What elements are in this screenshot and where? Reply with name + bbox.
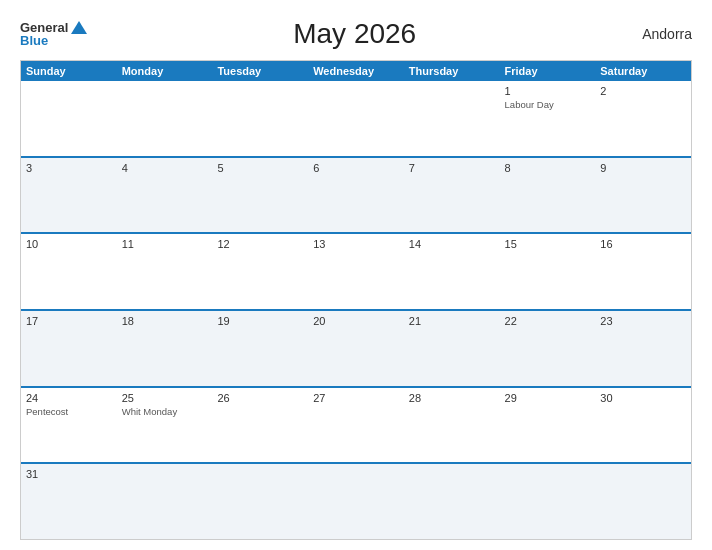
calendar-cell: 13	[308, 234, 404, 309]
logo-blue-text: Blue	[20, 34, 48, 47]
day-number: 17	[26, 315, 112, 327]
calendar-header-cell: Tuesday	[212, 61, 308, 81]
logo: General Blue	[20, 21, 87, 47]
calendar-cell: 31	[21, 464, 117, 539]
day-number: 24	[26, 392, 112, 404]
holiday-label: Whit Monday	[122, 406, 208, 417]
calendar-cell: 9	[595, 158, 691, 233]
day-number: 28	[409, 392, 495, 404]
calendar-cell	[500, 464, 596, 539]
calendar-cell: 25Whit Monday	[117, 388, 213, 463]
day-number: 26	[217, 392, 303, 404]
calendar-cell	[308, 464, 404, 539]
calendar-week: 17181920212223	[21, 309, 691, 386]
holiday-label: Pentecost	[26, 406, 112, 417]
day-number: 5	[217, 162, 303, 174]
calendar-cell: 11	[117, 234, 213, 309]
calendar-cell: 26	[212, 388, 308, 463]
calendar: SundayMondayTuesdayWednesdayThursdayFrid…	[20, 60, 692, 540]
calendar-cell: 14	[404, 234, 500, 309]
calendar-header-cell: Wednesday	[308, 61, 404, 81]
calendar-week: 3456789	[21, 156, 691, 233]
day-number: 1	[505, 85, 591, 97]
day-number: 8	[505, 162, 591, 174]
calendar-cell	[212, 464, 308, 539]
calendar-week: 1Labour Day2	[21, 81, 691, 156]
calendar-cell: 21	[404, 311, 500, 386]
day-number: 12	[217, 238, 303, 250]
day-number: 20	[313, 315, 399, 327]
calendar-week: 24Pentecost25Whit Monday2627282930	[21, 386, 691, 463]
calendar-header-cell: Friday	[500, 61, 596, 81]
calendar-cell: 7	[404, 158, 500, 233]
calendar-cell: 30	[595, 388, 691, 463]
calendar-cell: 20	[308, 311, 404, 386]
calendar-cell: 28	[404, 388, 500, 463]
calendar-cell: 5	[212, 158, 308, 233]
calendar-cell	[117, 81, 213, 156]
day-number: 25	[122, 392, 208, 404]
holiday-label: Labour Day	[505, 99, 591, 110]
calendar-cell: 18	[117, 311, 213, 386]
day-number: 2	[600, 85, 686, 97]
calendar-cell: 1Labour Day	[500, 81, 596, 156]
calendar-cell	[404, 464, 500, 539]
day-number: 16	[600, 238, 686, 250]
region-label: Andorra	[622, 26, 692, 42]
header: General Blue May 2026 Andorra	[20, 18, 692, 50]
day-number: 21	[409, 315, 495, 327]
calendar-cell: 27	[308, 388, 404, 463]
calendar-cell: 22	[500, 311, 596, 386]
day-number: 4	[122, 162, 208, 174]
calendar-cell	[595, 464, 691, 539]
calendar-cell: 16	[595, 234, 691, 309]
calendar-cell: 12	[212, 234, 308, 309]
month-title: May 2026	[87, 18, 622, 50]
day-number: 9	[600, 162, 686, 174]
day-number: 7	[409, 162, 495, 174]
calendar-cell	[404, 81, 500, 156]
day-number: 10	[26, 238, 112, 250]
calendar-cell: 3	[21, 158, 117, 233]
page: General Blue May 2026 Andorra SundayMond…	[0, 0, 712, 550]
calendar-cell: 15	[500, 234, 596, 309]
calendar-cell	[212, 81, 308, 156]
day-number: 29	[505, 392, 591, 404]
logo-triangle-icon	[71, 21, 87, 34]
calendar-cell: 4	[117, 158, 213, 233]
calendar-header-cell: Monday	[117, 61, 213, 81]
calendar-cell: 17	[21, 311, 117, 386]
calendar-header-cell: Saturday	[595, 61, 691, 81]
day-number: 3	[26, 162, 112, 174]
calendar-cell: 6	[308, 158, 404, 233]
calendar-header-cell: Sunday	[21, 61, 117, 81]
calendar-week: 10111213141516	[21, 232, 691, 309]
day-number: 22	[505, 315, 591, 327]
day-number: 30	[600, 392, 686, 404]
calendar-cell: 24Pentecost	[21, 388, 117, 463]
calendar-cell: 2	[595, 81, 691, 156]
calendar-cell	[21, 81, 117, 156]
day-number: 31	[26, 468, 112, 480]
calendar-cell: 8	[500, 158, 596, 233]
calendar-cell: 23	[595, 311, 691, 386]
calendar-week: 31	[21, 462, 691, 539]
calendar-cell: 29	[500, 388, 596, 463]
calendar-header-row: SundayMondayTuesdayWednesdayThursdayFrid…	[21, 61, 691, 81]
calendar-cell	[117, 464, 213, 539]
day-number: 19	[217, 315, 303, 327]
calendar-cell: 19	[212, 311, 308, 386]
day-number: 18	[122, 315, 208, 327]
day-number: 27	[313, 392, 399, 404]
day-number: 14	[409, 238, 495, 250]
calendar-body: 1Labour Day23456789101112131415161718192…	[21, 81, 691, 539]
calendar-cell	[308, 81, 404, 156]
day-number: 23	[600, 315, 686, 327]
calendar-header-cell: Thursday	[404, 61, 500, 81]
day-number: 6	[313, 162, 399, 174]
day-number: 15	[505, 238, 591, 250]
calendar-cell: 10	[21, 234, 117, 309]
day-number: 11	[122, 238, 208, 250]
day-number: 13	[313, 238, 399, 250]
